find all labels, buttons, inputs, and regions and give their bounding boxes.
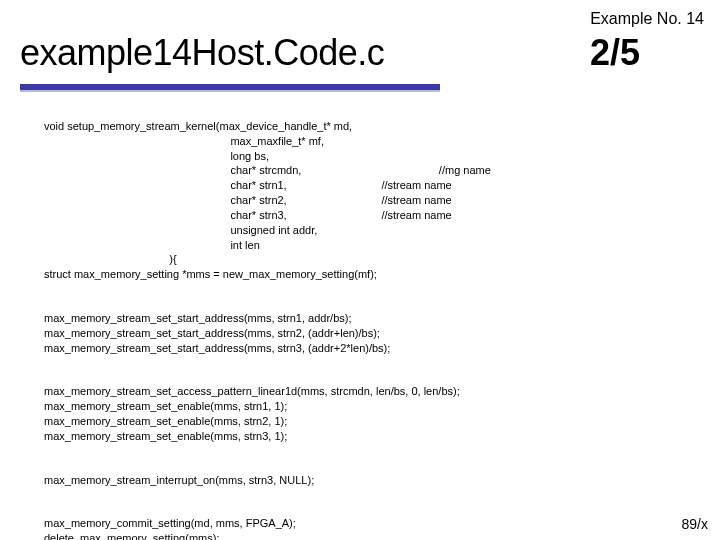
code-block-3: max_memory_stream_set_access_pattern_lin… [44, 384, 690, 443]
title-row: example14Host.Code.c 2/5 [20, 32, 700, 74]
slide-title: example14Host.Code.c [20, 32, 384, 74]
code-block-4: max_memory_stream_interrupt_on(mms, strn… [44, 473, 690, 488]
pager: 2/5 [590, 32, 640, 74]
title-rule-shadow [20, 90, 440, 92]
code-block-1: void setup_memory_stream_kernel(max_devi… [44, 119, 690, 282]
code-block-2: max_memory_stream_set_start_address(mms,… [44, 311, 690, 356]
code-block-5: max_memory_commit_setting(md, mms, FPGA_… [44, 516, 690, 540]
code-area: void setup_memory_stream_kernel(max_devi… [44, 104, 690, 540]
slide-number: 89/x [682, 516, 708, 532]
example-number: Example No. 14 [590, 10, 704, 28]
